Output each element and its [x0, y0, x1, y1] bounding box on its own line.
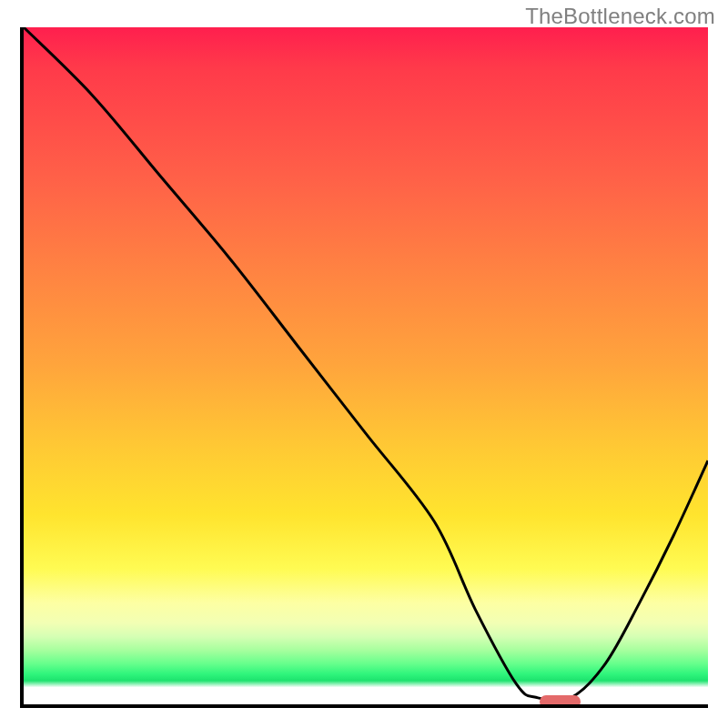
optimal-marker — [540, 695, 581, 708]
bottleneck-curve-path — [24, 27, 708, 701]
watermark-text: TheBottleneck.com — [525, 4, 715, 29]
line-series — [24, 27, 708, 704]
plot-area — [20, 27, 708, 708]
chart-container: TheBottleneck.com — [0, 0, 728, 728]
